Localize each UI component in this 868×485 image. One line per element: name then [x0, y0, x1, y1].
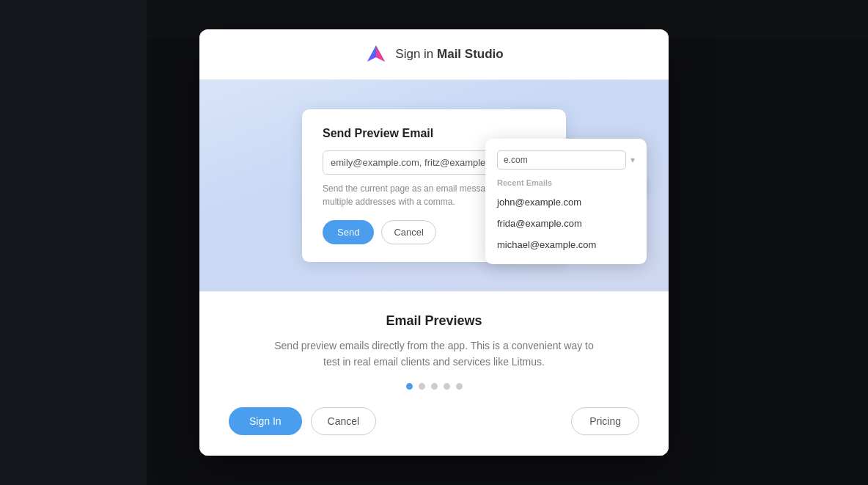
- dot-4[interactable]: [444, 383, 450, 390]
- title-prefix: Sign in: [395, 47, 437, 61]
- svg-marker-1: [376, 45, 385, 62]
- modal-content-area: Send Preview Email ▾ Send the current pa…: [199, 80, 669, 291]
- modal-title: Sign in Mail Studio: [395, 47, 503, 62]
- cancel-small-button[interactable]: Cancel: [381, 220, 435, 244]
- feature-description: Send preview emails directly from the ap…: [273, 338, 595, 371]
- dot-2[interactable]: [419, 383, 425, 390]
- dropdown-arrow-icon: ▾: [630, 155, 635, 165]
- modal-dialog: Sign in Mail Studio Send Preview Email ▾…: [199, 29, 669, 456]
- email-option-john[interactable]: john@example.com: [485, 192, 647, 213]
- recent-emails-dropdown: ▾ Recent Emails john@example.com frida@e…: [485, 139, 647, 264]
- dropdown-search-input[interactable]: [497, 150, 626, 169]
- dot-1[interactable]: [406, 383, 413, 390]
- modal-footer: Sign In Cancel Pricing: [229, 407, 639, 438]
- mail-studio-logo: [364, 43, 388, 66]
- send-button[interactable]: Send: [323, 220, 374, 244]
- dot-3[interactable]: [431, 383, 438, 390]
- dropdown-header: ▾: [485, 147, 647, 175]
- dot-5[interactable]: [456, 383, 463, 390]
- signin-button[interactable]: Sign In: [229, 407, 302, 435]
- modal-bottom-section: Email Previews Send preview emails direc…: [199, 291, 669, 456]
- feature-title: Email Previews: [229, 313, 639, 329]
- slide-dots: [229, 383, 639, 390]
- modal-header: Sign in Mail Studio: [199, 29, 669, 80]
- cancel-main-button[interactable]: Cancel: [311, 407, 377, 435]
- email-option-frida[interactable]: frida@example.com: [485, 213, 647, 234]
- pricing-button[interactable]: Pricing: [571, 407, 639, 435]
- title-bold: Mail Studio: [437, 47, 504, 61]
- email-option-michael[interactable]: michael@example.com: [485, 234, 647, 255]
- footer-left-buttons: Sign In Cancel: [229, 407, 376, 435]
- recent-emails-label: Recent Emails: [485, 175, 647, 192]
